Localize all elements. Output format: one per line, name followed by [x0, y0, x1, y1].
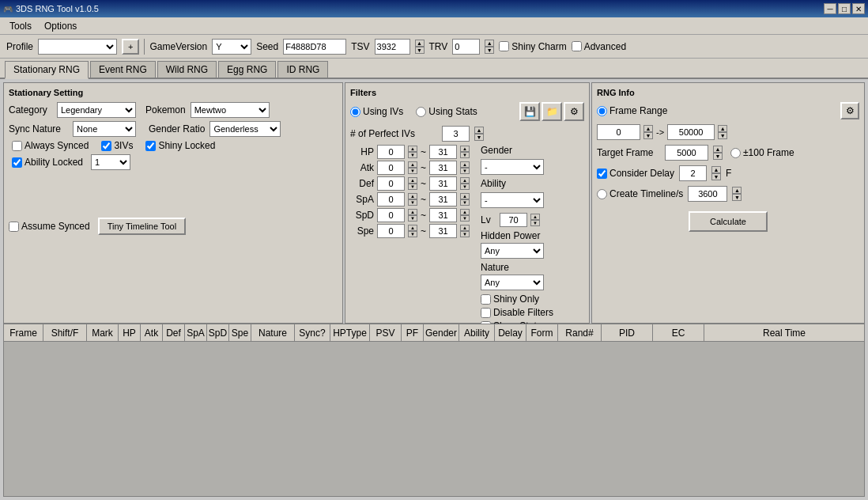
tiny-timeline-btn[interactable]: Tiny Timeline Tool [98, 218, 186, 235]
disable-filters-checkbox[interactable] [481, 308, 491, 318]
three-ivs-label[interactable]: 3IVs [101, 140, 133, 151]
tsv-input[interactable] [375, 39, 410, 55]
spd-min-input[interactable] [377, 208, 405, 222]
calculate-btn[interactable]: Calculate [689, 211, 768, 232]
frame-start-down[interactable]: ▼ [643, 132, 653, 139]
timeline-down[interactable]: ▼ [732, 194, 742, 201]
spa-max-up[interactable]: ▲ [460, 193, 470, 199]
frame-start-up[interactable]: ▲ [643, 125, 653, 132]
always-synced-checkbox[interactable] [12, 141, 22, 151]
hp-min-up[interactable]: ▲ [408, 146, 417, 152]
lv-down[interactable]: ▼ [530, 220, 540, 226]
settings-icon[interactable]: ⚙ [840, 102, 859, 119]
spa-min-up[interactable]: ▲ [408, 193, 417, 199]
atk-max-input[interactable] [429, 161, 457, 175]
gender-ratio-select[interactable]: Genderless [209, 121, 281, 137]
game-version-select[interactable]: Y [212, 39, 251, 55]
spd-max-up[interactable]: ▲ [460, 209, 470, 215]
frame-range-radio-label[interactable]: Frame Range [597, 105, 667, 116]
spd-max-input[interactable] [429, 208, 457, 222]
tab-wild-rng[interactable]: Wild RNG [157, 61, 217, 78]
tsv-spin-up[interactable]: ▲ [415, 40, 425, 47]
ability-select[interactable]: - 0 1 [481, 192, 544, 208]
shiny-charm-checkbox-label[interactable]: Shiny Charm [499, 41, 566, 52]
trv-spin-down[interactable]: ▼ [485, 47, 494, 54]
maximize-btn[interactable]: □ [838, 3, 851, 14]
disable-filters-label[interactable]: Disable Filters [481, 307, 584, 318]
create-timeline-radio[interactable] [597, 189, 607, 199]
def-max-up[interactable]: ▲ [460, 177, 470, 184]
three-ivs-checkbox[interactable] [101, 141, 111, 151]
def-min-up[interactable]: ▲ [408, 177, 417, 184]
atk-min-input[interactable] [377, 161, 405, 175]
delay-down[interactable]: ▼ [711, 173, 721, 180]
tsv-spin-down[interactable]: ▼ [415, 47, 425, 54]
atk-min-down[interactable]: ▼ [408, 168, 417, 174]
hp-min-down[interactable]: ▼ [408, 152, 417, 158]
settings-icon-btn[interactable]: ⚙ [564, 102, 584, 121]
ability-locked-label[interactable]: Ability Locked [12, 157, 83, 168]
shiny-charm-checkbox[interactable] [499, 41, 509, 51]
assume-synced-checkbox[interactable] [9, 222, 19, 232]
always-synced-label[interactable]: Always Synced [12, 140, 89, 151]
close-btn[interactable]: ✕ [852, 3, 865, 14]
spe-max-down[interactable]: ▼ [460, 231, 470, 237]
advanced-checkbox[interactable] [572, 41, 582, 51]
delay-up[interactable]: ▲ [711, 166, 721, 173]
create-timeline-radio-label[interactable]: Create Timeline/s [597, 188, 683, 199]
sync-nature-select[interactable]: None [73, 121, 136, 137]
frame-end-input[interactable] [667, 124, 715, 140]
lv-input[interactable] [500, 213, 527, 227]
frame-start-input[interactable] [597, 124, 640, 140]
spa-max-input[interactable] [429, 192, 457, 206]
tab-id-rng[interactable]: ID RNG [277, 61, 328, 78]
menu-options[interactable]: Options [38, 19, 83, 33]
ability-locked-select[interactable]: 1 [91, 154, 130, 170]
pokemon-select[interactable]: Mewtwo [191, 102, 270, 118]
tab-egg-rng[interactable]: Egg RNG [218, 61, 276, 78]
assume-synced-label[interactable]: Assume Synced [9, 221, 90, 232]
shiny-only-checkbox[interactable] [481, 294, 491, 305]
hidden-power-select[interactable]: Any [481, 243, 544, 259]
frame-end-up[interactable]: ▲ [718, 125, 727, 132]
def-min-input[interactable] [377, 176, 405, 191]
def-max-input[interactable] [429, 176, 457, 191]
using-stats-radio-label[interactable]: Using Stats [416, 106, 477, 117]
trv-spin-up[interactable]: ▲ [485, 40, 494, 47]
spd-min-up[interactable]: ▲ [408, 209, 417, 215]
using-stats-radio[interactable] [416, 107, 426, 117]
save-icon-btn[interactable]: 💾 [519, 102, 540, 121]
spa-min-input[interactable] [377, 192, 405, 206]
spa-max-down[interactable]: ▼ [460, 199, 470, 206]
ability-locked-checkbox[interactable] [12, 157, 22, 168]
shiny-only-label[interactable]: Shiny Only [481, 294, 584, 305]
spe-min-down[interactable]: ▼ [408, 231, 417, 237]
frame-range-radio[interactable] [597, 106, 607, 116]
perfect-ivs-input[interactable] [442, 126, 470, 142]
spd-max-down[interactable]: ▼ [460, 215, 470, 222]
minimize-btn[interactable]: ─ [824, 3, 836, 14]
spa-min-down[interactable]: ▼ [408, 199, 417, 206]
nature-select[interactable]: Any [481, 275, 544, 290]
def-min-down[interactable]: ▼ [408, 184, 417, 190]
timeline-up[interactable]: ▲ [732, 187, 742, 194]
hp-max-up[interactable]: ▲ [460, 146, 470, 152]
spd-min-down[interactable]: ▼ [408, 215, 417, 222]
menu-tools[interactable]: Tools [3, 19, 38, 33]
tab-stationary-rng[interactable]: Stationary RNG [5, 61, 89, 79]
def-max-down[interactable]: ▼ [460, 184, 470, 190]
spe-min-up[interactable]: ▲ [408, 225, 417, 231]
spe-min-input[interactable] [377, 224, 405, 238]
category-select[interactable]: Legendary [57, 102, 136, 118]
perfect-ivs-spin-down[interactable]: ▼ [474, 134, 484, 141]
atk-max-down[interactable]: ▼ [460, 168, 470, 174]
consider-delay-label[interactable]: Consider Delay [597, 168, 674, 179]
tab-event-rng[interactable]: Event RNG [90, 61, 156, 78]
target-frame-input[interactable] [665, 145, 708, 161]
spe-max-up[interactable]: ▲ [460, 225, 470, 231]
trv-input[interactable] [452, 39, 480, 55]
hp-max-down[interactable]: ▼ [460, 152, 470, 158]
consider-delay-input[interactable] [679, 165, 707, 181]
advanced-checkbox-label[interactable]: Advanced [572, 41, 626, 52]
plus-minus-radio-label[interactable]: ±100 Frame [730, 147, 794, 158]
